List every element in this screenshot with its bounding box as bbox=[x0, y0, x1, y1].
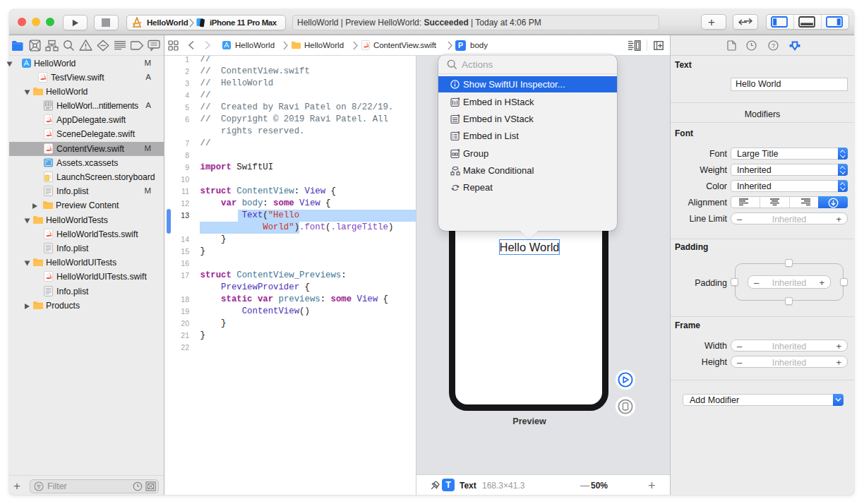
svg-text:?: ? bbox=[772, 42, 775, 49]
